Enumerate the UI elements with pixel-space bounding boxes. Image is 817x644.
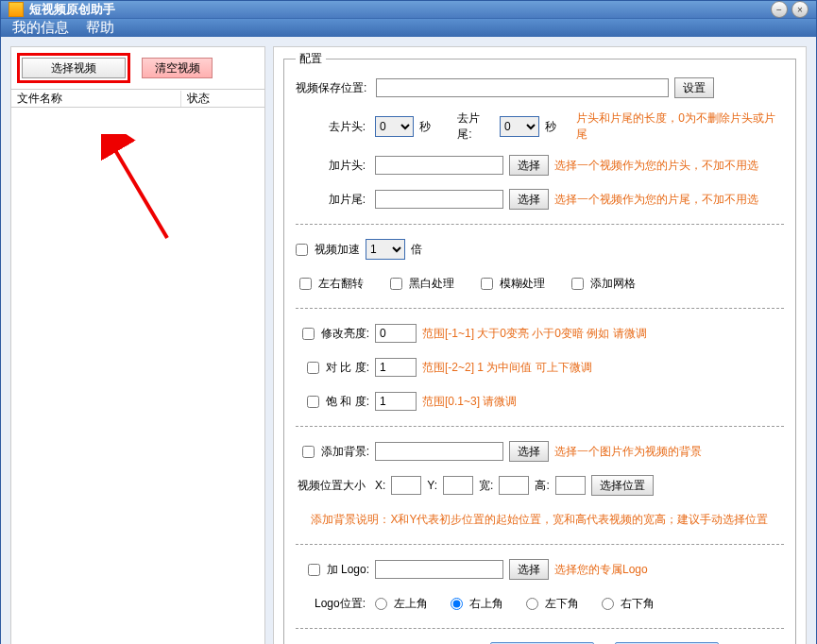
seconds-label-1: 秒 [419, 119, 431, 135]
file-list-header: 文件名称 状态 [11, 89, 264, 108]
speedup-label: 视频加速 [315, 242, 360, 258]
choose-logo-button[interactable]: 选择 [509, 559, 549, 580]
choose-pos-button[interactable]: 选择位置 [591, 475, 654, 496]
bw-checkbox[interactable] [390, 278, 402, 290]
left-panel: 选择视频 清空视频 文件名称 状态 [10, 46, 265, 644]
svg-line-0 [112, 145, 167, 238]
bg-input[interactable] [375, 442, 503, 461]
pos-hint: 添加背景说明：X和Y代表初步位置的起始位置，宽和高代表视频的宽高；建议手动选择位… [296, 512, 784, 528]
grid-label: 添加网格 [590, 276, 636, 292]
app-window: 短视频原创助手 − × 我的信息 帮助 选择视频 清空视频 文件名称 状态 [0, 0, 817, 644]
save-location-label: 视频保存位置: [296, 80, 370, 96]
divider-2 [296, 308, 784, 309]
add-head-input[interactable] [375, 156, 503, 175]
logo-pos-label: Logo位置: [296, 596, 369, 612]
brightness-input[interactable] [375, 324, 417, 343]
save-location-input[interactable] [376, 78, 669, 97]
times-label: 倍 [411, 242, 422, 258]
trim-hint: 片头和片尾的长度，0为不删除片头或片尾 [576, 110, 784, 143]
annotation-arrow-icon [101, 134, 177, 247]
logo-bl-radio[interactable] [526, 598, 538, 610]
saturation-row: 饱 和 度: 范围[0.1~3] 请微调 [296, 390, 784, 413]
add-tail-input[interactable] [375, 190, 503, 209]
left-button-row: 选择视频 清空视频 [11, 47, 264, 89]
logo-tl-radio[interactable] [375, 598, 387, 610]
add-head-hint: 选择一个视频作为您的片头，不加不用选 [554, 158, 758, 174]
column-status: 状态 [181, 91, 264, 107]
logo-label: 加 Logo: [327, 562, 369, 578]
logo-hint: 选择您的专属Logo [554, 562, 648, 578]
add-head-label: 加片头: [296, 158, 369, 174]
logo-checkbox[interactable] [308, 564, 320, 576]
content-area: 选择视频 清空视频 文件名称 状态 配置 视频保存位置: [1, 37, 816, 644]
window-title: 短视频原创助手 [29, 1, 771, 18]
contrast-input[interactable] [375, 358, 417, 377]
trim-head-label: 去片头: [296, 119, 369, 135]
logo-pos-radios: 左上角 右上角 左下角 右下角 [375, 596, 655, 612]
trim-tail-select[interactable]: 0 [500, 116, 538, 137]
menu-help[interactable]: 帮助 [86, 19, 114, 37]
position-row: 视频位置大小 X: Y: 宽: 高: 选择位置 [296, 474, 784, 497]
brightness-label: 修改亮度: [321, 326, 369, 342]
logo-tl-label: 左上角 [394, 596, 428, 612]
divider-5 [296, 628, 784, 629]
select-video-button[interactable]: 选择视频 [22, 58, 126, 78]
close-button[interactable]: × [791, 1, 808, 18]
add-tail-label: 加片尾: [296, 192, 369, 208]
save-location-row: 视频保存位置: 设置 [296, 76, 784, 99]
logo-tr-radio[interactable] [451, 598, 463, 610]
right-panel: 配置 视频保存位置: 设置 去片头: 0 秒 去片尾: 0 秒 [273, 46, 807, 644]
grid-checkbox[interactable] [571, 278, 584, 290]
bg-hint: 选择一个图片作为视频的背景 [554, 444, 702, 460]
x-input[interactable] [391, 476, 421, 495]
trim-head-select[interactable]: 0 [375, 116, 414, 137]
h-input[interactable] [555, 476, 586, 495]
w-label: 宽: [479, 478, 493, 494]
contrast-checkbox[interactable] [307, 362, 319, 374]
flip-label: 左右翻转 [318, 276, 364, 292]
saturation-checkbox[interactable] [307, 396, 319, 408]
pos-hint-row: 添加背景说明：X和Y代表初步位置的起始位置，宽和高代表视频的宽高；建议手动选择位… [296, 508, 784, 531]
clear-video-button[interactable]: 清空视频 [142, 58, 213, 78]
menu-my-info[interactable]: 我的信息 [12, 19, 69, 37]
bw-label: 黑白处理 [409, 276, 454, 292]
pos-label: 视频位置大小 [296, 478, 369, 494]
file-list-body[interactable] [11, 108, 264, 644]
speedup-checkbox[interactable] [296, 244, 308, 256]
window-controls: − × [771, 1, 808, 18]
logo-pos-row: Logo位置: 左上角 右上角 左下角 右下角 [296, 592, 784, 615]
contrast-label: 对 比 度: [326, 360, 369, 376]
bg-checkbox[interactable] [302, 446, 315, 458]
logo-bl-label: 左下角 [545, 596, 579, 612]
effects-row: 左右翻转 黑白处理 模糊处理 添加网格 [296, 272, 784, 295]
select-video-highlight: 选择视频 [17, 53, 130, 83]
choose-head-button[interactable]: 选择 [509, 155, 549, 176]
logo-br-radio[interactable] [602, 598, 614, 610]
y-input[interactable] [443, 476, 473, 495]
saturation-label: 饱 和 度: [326, 394, 369, 410]
w-input[interactable] [499, 476, 529, 495]
blur-checkbox[interactable] [481, 278, 493, 290]
minimize-button[interactable]: − [771, 1, 788, 18]
divider-4 [296, 544, 784, 545]
speedup-select[interactable]: 1 [366, 239, 405, 260]
bg-label: 添加背景: [321, 444, 369, 460]
brightness-checkbox[interactable] [302, 328, 315, 340]
set-location-button[interactable]: 设置 [674, 77, 714, 98]
contrast-hint: 范围[-2~2] 1 为中间值 可上下微调 [422, 360, 592, 376]
logo-input[interactable] [375, 560, 503, 579]
divider-1 [296, 224, 784, 225]
config-legend: 配置 [296, 51, 326, 67]
saturation-input[interactable] [375, 392, 417, 411]
logo-tr-label: 右上角 [469, 596, 503, 612]
add-tail-hint: 选择一个视频作为您的片尾，不加不用选 [554, 192, 758, 208]
config-fieldset: 配置 视频保存位置: 设置 去片头: 0 秒 去片尾: 0 秒 [283, 51, 796, 644]
flip-checkbox[interactable] [299, 278, 312, 290]
speedup-row: 视频加速 1 倍 [296, 238, 784, 261]
brightness-row: 修改亮度: 范围[-1~1] 大于0变亮 小于0变暗 例如 请微调 [296, 322, 784, 345]
menubar: 我的信息 帮助 [1, 19, 816, 37]
choose-bg-button[interactable]: 选择 [509, 441, 549, 462]
trim-tail-label: 去片尾: [457, 110, 494, 143]
add-tail-row: 加片尾: 选择 选择一个视频作为您的片尾，不加不用选 [296, 188, 784, 211]
choose-tail-button[interactable]: 选择 [509, 189, 549, 210]
